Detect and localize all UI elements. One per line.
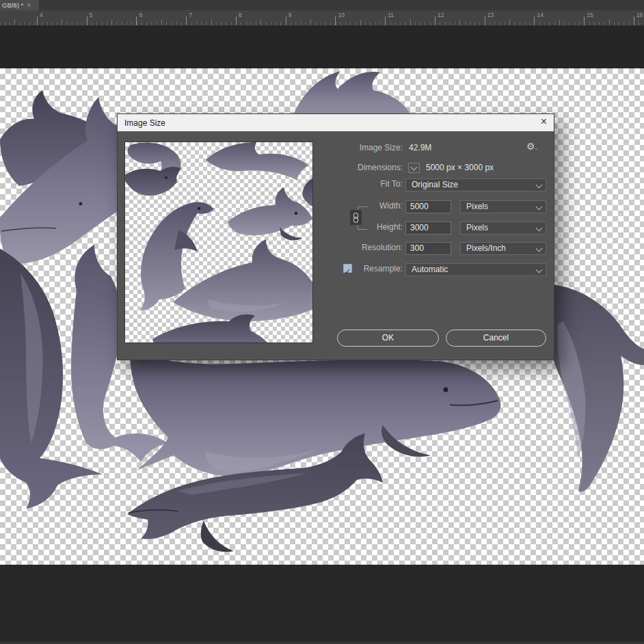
resample-value: Automatic: [412, 265, 448, 274]
dialog-close-icon[interactable]: ×: [541, 116, 547, 128]
resolution-label: Resolution:: [282, 243, 403, 252]
pasteboard-top: [0, 26, 644, 68]
dimensions-dropdown-button[interactable]: [408, 163, 420, 173]
document-tab[interactable]: GB/8) * ×: [0, 0, 39, 10]
dolphin: [294, 71, 410, 113]
dolphin-fin: [201, 521, 234, 552]
ruler-number: 15: [587, 12, 593, 18]
dolphin-eye: [165, 176, 167, 179]
fit-to-value: Original Size: [412, 180, 458, 189]
ok-button[interactable]: OK: [337, 330, 439, 347]
dialog-titlebar[interactable]: Image Size ×: [118, 114, 554, 131]
image-size-label: Image Size:: [282, 143, 403, 152]
width-unit-select[interactable]: Pixels: [460, 200, 546, 213]
ruler-number: 14: [537, 12, 544, 18]
image-size-dialog: Image Size ×: [117, 113, 554, 360]
dolphin-eye: [198, 207, 200, 210]
ruler-number: 11: [388, 12, 394, 18]
ruler-number: 4: [40, 12, 43, 18]
fit-to-select[interactable]: Original Size: [405, 178, 546, 191]
height-label: Height:: [282, 222, 403, 232]
height-unit-select[interactable]: Pixels: [460, 222, 546, 234]
dialog-body: Image Size: 42.9M ⚙. Dimensions: 5000 px…: [118, 131, 555, 361]
chevron-down-icon: [536, 245, 543, 252]
width-label: Width:: [282, 201, 403, 211]
dolphin-eye: [444, 388, 448, 392]
chevron-down-icon: [411, 164, 418, 171]
height-input[interactable]: 3000: [405, 222, 451, 234]
tab-close-icon[interactable]: ×: [27, 2, 31, 9]
ruler-number: 5: [90, 12, 93, 18]
ruler-number: 16: [636, 12, 643, 18]
ruler-number: 6: [139, 12, 143, 18]
resolution-input[interactable]: 300: [405, 242, 451, 255]
dolphin: [125, 167, 181, 196]
document-tab-label: GB/8) *: [2, 1, 23, 9]
ruler-number: 8: [239, 12, 242, 18]
dolphin: [546, 284, 644, 492]
width-input[interactable]: 5000: [405, 200, 451, 213]
cancel-button[interactable]: Cancel: [446, 330, 546, 347]
dimensions-value: 5000 px × 3000 px: [426, 163, 494, 172]
horizontal-ruler[interactable]: 45678910111213141516: [0, 10, 644, 26]
ruler-number: 10: [338, 12, 345, 18]
dolphin: [130, 351, 500, 477]
dolphin-eye: [79, 202, 83, 206]
resolution-unit-select[interactable]: Pixels/Inch: [460, 242, 546, 255]
height-unit-value: Pixels: [466, 223, 488, 232]
resample-label: Resample:: [282, 264, 403, 273]
dolphin-eye: [295, 212, 297, 215]
ruler-number: 9: [289, 12, 292, 18]
dimensions-label: Dimensions:: [282, 163, 403, 172]
resample-select[interactable]: Automatic: [405, 263, 546, 276]
chevron-down-icon: [536, 204, 543, 211]
ruler-number: 12: [438, 12, 444, 18]
dialog-title: Image Size: [124, 118, 165, 128]
pasteboard-bottom: [0, 565, 644, 644]
resolution-unit-value: Pixels/Inch: [466, 243, 506, 253]
width-unit-value: Pixels: [466, 202, 488, 211]
fit-to-label: Fit To:: [282, 179, 403, 189]
chevron-down-icon: [536, 225, 543, 232]
ruler-number: 7: [189, 12, 192, 18]
chevron-down-icon: [536, 182, 543, 189]
photoshop-window: GB/8) * × 45678910111213141516: [0, 0, 644, 644]
image-size-value: 42.9M: [409, 143, 431, 152]
chevron-down-icon: [536, 267, 543, 273]
ruler-number: 13: [487, 12, 494, 18]
dolphin: [152, 314, 269, 343]
document-tab-bar: GB/8) * ×: [0, 0, 644, 10]
gear-icon[interactable]: ⚙.: [526, 141, 537, 152]
